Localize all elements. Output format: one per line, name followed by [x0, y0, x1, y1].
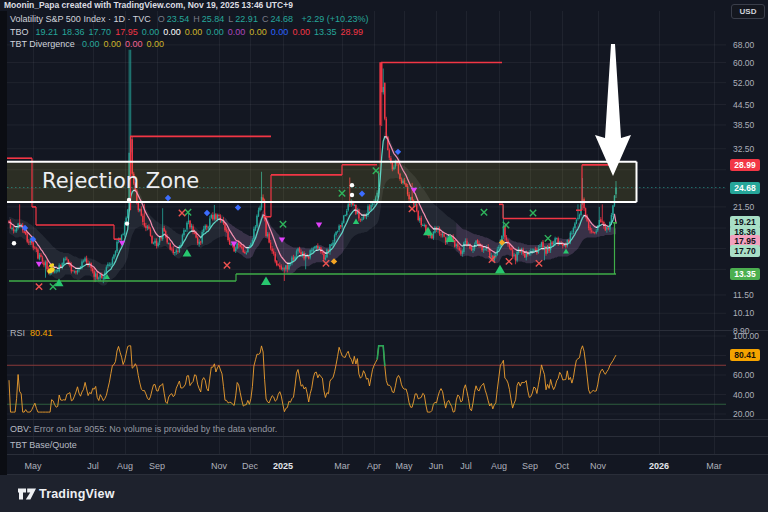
indicator-value: 0.00	[163, 27, 181, 37]
tbo-indicator-legend[interactable]: TBO 19.2118.3617.7017.950.000.000.000.00…	[10, 27, 369, 37]
indicator-value: 0.00	[82, 39, 100, 49]
chart-canvas[interactable]	[0, 0, 768, 512]
indicator-value: 0.00	[271, 27, 289, 37]
time-tick-label: Jun	[429, 460, 444, 472]
time-tick-label: Nov	[590, 460, 606, 472]
tbt-base-quote-legend[interactable]: TBT Base/Quote	[10, 440, 77, 450]
time-tick-label: 2026	[649, 460, 669, 472]
change-value: +2.29 (+10.23%)	[301, 14, 368, 24]
tbo-indicator-values: 19.2118.3617.7017.950.000.000.000.000.00…	[36, 27, 367, 37]
symbol-title[interactable]: Volatility S&P 500 Index · 1D · TVC	[10, 14, 151, 24]
time-tick-label: May	[395, 460, 412, 472]
time-tick-label: Mar	[706, 460, 722, 472]
time-tick-label: Aug	[491, 460, 507, 472]
obv-indicator-legend[interactable]: OBV: Error on bar 9055: No volume is pro…	[10, 424, 277, 434]
rsi-value: 80.41	[30, 328, 53, 338]
indicator-value: 17.70	[89, 27, 112, 37]
price-tick-label: 52.00	[733, 78, 766, 88]
time-tick-label: Nov	[211, 460, 227, 472]
rsi-tick-label: 40.00	[733, 390, 766, 400]
tbt-divergence-legend[interactable]: TBT Divergence 0.000.000.000.00	[10, 39, 170, 49]
indicator-value: 17.95	[115, 27, 138, 37]
time-tick-label: Mar	[334, 460, 350, 472]
price-tick-label: 38.50	[733, 120, 766, 130]
obv-label: OBV:	[10, 424, 31, 434]
time-tick-label: Aug	[117, 460, 133, 472]
indicator-value: 18.36	[62, 27, 85, 37]
indicator-value: 19.21	[36, 27, 59, 37]
time-tick-label: May	[24, 460, 41, 472]
indicator-value: 0.00	[249, 27, 267, 37]
indicator-value: 0.00	[185, 27, 203, 37]
footer-bar: TradingView	[0, 475, 768, 512]
rsi-tick-label: 100.00	[733, 331, 766, 341]
price-tick-label: 10.10	[733, 308, 766, 318]
ohlc-key: O	[158, 14, 165, 24]
indicator-value: 0.00	[103, 39, 121, 49]
rejection-zone-label[interactable]: Rejection Zone	[42, 169, 199, 193]
ohlc-key: L	[228, 14, 233, 24]
time-tick-label: Jul	[460, 460, 472, 472]
indicator-value: 0.00	[146, 39, 164, 49]
time-tick-label: Sep	[522, 460, 538, 472]
indicator-value: 13.35	[314, 27, 337, 37]
tradingview-logo-text: TradingView	[39, 485, 115, 503]
price-tick-label: 60.00	[733, 58, 766, 68]
obv-error-message: Error on bar 9055: No volume is provided…	[31, 424, 277, 434]
ohlc-value: 22.91	[235, 14, 258, 24]
time-tick-label: Oct	[555, 460, 569, 472]
tradingview-logo-link[interactable]: TradingView	[17, 485, 217, 503]
rsi-tick-label: 20.00	[733, 409, 766, 419]
left-toolbar-strip	[0, 11, 7, 475]
currency-usd-button[interactable]: USD	[731, 4, 765, 19]
tradingview-logo-icon	[17, 485, 37, 503]
indicator-value: 0.00	[228, 27, 246, 37]
time-tick-label: Dec	[242, 460, 258, 472]
price-level-label: 13.35	[730, 268, 760, 280]
price-level-label: 17.70	[730, 245, 760, 257]
ohlc-key: H	[193, 14, 200, 24]
time-tick-label: Jul	[87, 460, 99, 472]
price-tick-label: 44.50	[733, 100, 766, 110]
price-tick-label: 11.50	[733, 290, 766, 300]
price-tick-label: 32.50	[733, 144, 766, 154]
tbt-divergence-values: 0.000.000.000.00	[82, 39, 168, 49]
tbo-indicator-label[interactable]: TBO	[10, 27, 29, 37]
price-level-label: 28.99	[730, 159, 760, 171]
indicator-value: 0.00	[142, 27, 160, 37]
ohlc-value: 23.54	[167, 14, 190, 24]
rsi-label: RSI	[10, 328, 25, 338]
price-tick-label: 21.50	[733, 202, 766, 212]
rsi-value-label: 80.41	[730, 349, 760, 361]
rsi-indicator-legend[interactable]: RSI80.41	[10, 328, 53, 338]
ohlc-values: O23.54H25.84L22.91C24.68	[158, 14, 297, 24]
ohlc-value: 24.68	[270, 14, 293, 24]
tbt-divergence-label[interactable]: TBT Divergence	[10, 39, 75, 49]
tradingview-chart-screenshot: Moonin_Papa created with TradingView.com…	[0, 0, 768, 512]
watermark-attribution: Moonin_Papa created with TradingView.com…	[4, 0, 293, 11]
indicator-value: 0.00	[125, 39, 143, 49]
indicator-value: 0.00	[206, 27, 224, 37]
time-tick-label: Sep	[149, 460, 165, 472]
ohlc-key: C	[262, 14, 269, 24]
time-tick-label: Apr	[367, 460, 381, 472]
indicator-value: 0.00	[292, 27, 310, 37]
indicator-value: 28.99	[340, 27, 363, 37]
symbol-legend[interactable]: Volatility S&P 500 Index · 1D · TVC O23.…	[10, 14, 371, 24]
rsi-tick-label: 60.00	[733, 370, 766, 380]
price-level-label: 24.68	[730, 182, 760, 194]
ohlc-value: 25.84	[202, 14, 225, 24]
price-tick-label: 68.00	[733, 40, 766, 50]
time-tick-label: 2025	[273, 460, 293, 472]
